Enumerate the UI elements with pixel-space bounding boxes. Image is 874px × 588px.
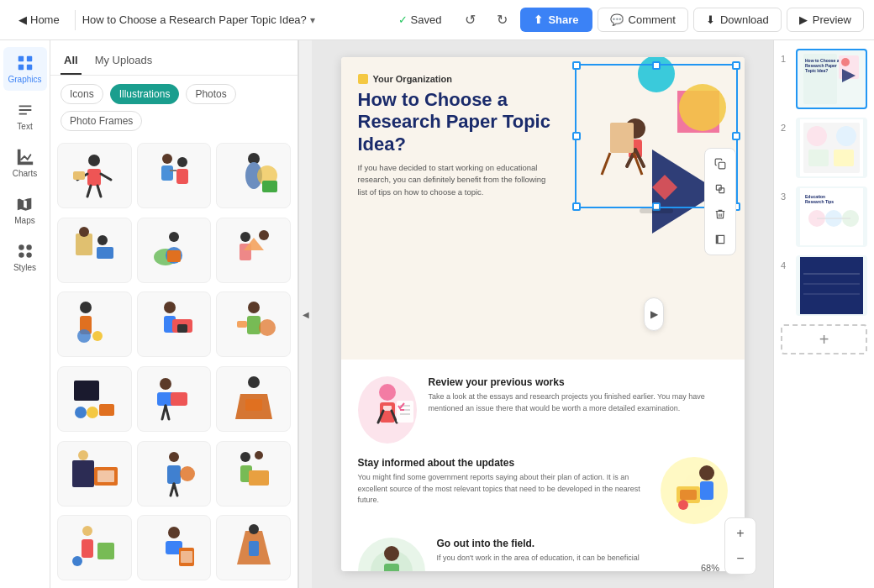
tab-all[interactable]: All — [61, 49, 82, 75]
svg-text:Research Tips: Research Tips — [805, 199, 834, 204]
step-1: Review your previous works Take a look a… — [358, 376, 728, 444]
svg-point-86 — [679, 84, 726, 131]
step-3-desc: If you don't work in the area of educati… — [437, 553, 640, 564]
svg-rect-18 — [176, 169, 188, 184]
org-name: Your Organization — [373, 74, 453, 84]
collapse-icon: ◀ — [303, 310, 309, 319]
list-item[interactable] — [216, 291, 291, 357]
add-slide-button[interactable]: + — [781, 324, 867, 354]
list-item[interactable] — [216, 143, 291, 208]
svg-point-57 — [248, 376, 260, 388]
thumbnail-1[interactable]: How to Choose a Research Paper Topic Ide… — [796, 49, 867, 109]
thumbnail-4[interactable] — [796, 255, 867, 316]
thumb-num-1: 1 — [781, 54, 791, 64]
styles-icon — [16, 242, 34, 260]
step-3-illustration — [358, 538, 425, 571]
zoom-in-button[interactable]: + — [729, 522, 752, 545]
list-item[interactable] — [137, 291, 212, 357]
svg-rect-74 — [82, 539, 93, 558]
svg-line-11 — [101, 174, 111, 180]
list-item[interactable] — [216, 218, 291, 283]
svg-point-77 — [168, 527, 180, 538]
delete-button[interactable] — [708, 202, 732, 226]
list-item[interactable] — [137, 143, 212, 208]
list-item[interactable] — [57, 515, 132, 580]
list-item[interactable] — [216, 515, 291, 580]
list-item[interactable] — [137, 366, 212, 432]
step-2-illustration — [661, 457, 728, 524]
list-item[interactable] — [57, 218, 132, 283]
sidebar-item-maps[interactable]: Maps — [3, 188, 47, 232]
svg-rect-14 — [73, 171, 85, 180]
svg-point-66 — [180, 466, 195, 481]
canvas-next-arrow[interactable]: ▶ — [644, 297, 664, 331]
preview-label: Preview — [813, 13, 851, 26]
thumbnail-3[interactable]: Education Research Tips — [796, 186, 867, 247]
title-dropdown-icon[interactable]: ▾ — [310, 14, 315, 26]
zoom-out-button[interactable]: − — [729, 547, 752, 570]
text-icon — [16, 101, 34, 119]
svg-rect-65 — [167, 465, 181, 484]
zoom-level: 68% — [701, 563, 719, 573]
svg-rect-1 — [26, 56, 31, 61]
redo-button[interactable]: ↻ — [488, 7, 515, 34]
svg-point-101 — [379, 384, 396, 401]
list-item[interactable] — [57, 291, 132, 357]
svg-rect-51 — [99, 404, 114, 416]
svg-point-5 — [26, 244, 31, 249]
svg-rect-80 — [181, 551, 192, 563]
comment-button[interactable]: 💬 Comment — [598, 8, 688, 32]
preview-button[interactable]: ▶ Preview — [787, 8, 864, 32]
svg-point-34 — [259, 230, 269, 240]
duplicate-button[interactable] — [708, 177, 732, 201]
filter-illustrations[interactable]: Illustrations — [110, 84, 180, 104]
home-button[interactable]: ◀ Home — [10, 10, 68, 29]
filter-icons[interactable]: Icons — [61, 84, 103, 104]
list-item[interactable] — [57, 143, 132, 208]
canvas-area[interactable]: Your Organization How to Choose a Resear… — [312, 40, 773, 588]
tab-my-uploads[interactable]: My Uploads — [92, 49, 156, 75]
list-item[interactable] — [216, 441, 291, 507]
svg-rect-71 — [249, 470, 269, 486]
copy-button[interactable] — [708, 152, 732, 176]
list-item[interactable] — [137, 515, 212, 580]
svg-rect-119 — [384, 564, 399, 571]
svg-line-68 — [174, 484, 177, 496]
panel-collapse-handle[interactable]: ◀ — [298, 40, 312, 588]
sidebar-item-charts[interactable]: Charts — [3, 141, 47, 185]
home-label: Home — [30, 13, 60, 26]
copy-icon — [714, 158, 726, 170]
filter-photos[interactable]: Photos — [186, 84, 235, 104]
svg-rect-115 — [680, 490, 697, 500]
more-button[interactable] — [708, 228, 732, 251]
list-item[interactable] — [137, 218, 212, 283]
svg-rect-54 — [171, 392, 187, 406]
svg-rect-134 — [808, 150, 829, 166]
drag-handle[interactable] — [640, 208, 673, 213]
list-item[interactable] — [57, 366, 132, 432]
sidebar-item-text[interactable]: Text — [3, 94, 47, 138]
content-panel: All My Uploads Icons Illustrations Photo… — [50, 40, 298, 588]
svg-line-56 — [166, 406, 169, 419]
share-button[interactable]: ⬆ Share — [520, 8, 592, 32]
svg-text:Topic Idea?: Topic Idea? — [805, 68, 828, 73]
svg-rect-59 — [245, 399, 262, 411]
svg-point-26 — [97, 235, 108, 245]
slide-header-section: Your Organization How to Choose a Resear… — [341, 57, 745, 360]
list-item[interactable] — [137, 441, 212, 507]
thumbnail-2[interactable] — [796, 118, 867, 178]
sidebar-item-styles[interactable]: Styles — [3, 235, 47, 279]
list-item[interactable] — [216, 366, 291, 432]
org-label: Your Organization — [358, 74, 555, 84]
filter-photo-frames[interactable]: Photo Frames — [61, 111, 142, 131]
download-button[interactable]: ⬇ Download — [693, 8, 782, 32]
list-item[interactable] — [57, 441, 132, 507]
undo-button[interactable]: ↺ — [456, 7, 483, 34]
step-3-title: Go out into the field. — [437, 538, 640, 549]
svg-point-17 — [177, 157, 187, 167]
filter-bar: Icons Illustrations Photos Photo Frames — [50, 76, 297, 139]
svg-rect-2 — [18, 65, 23, 70]
svg-rect-92 — [610, 123, 634, 153]
sidebar-item-graphics[interactable]: Graphics — [3, 47, 47, 91]
saved-button[interactable]: ✓ Saved — [388, 8, 452, 31]
